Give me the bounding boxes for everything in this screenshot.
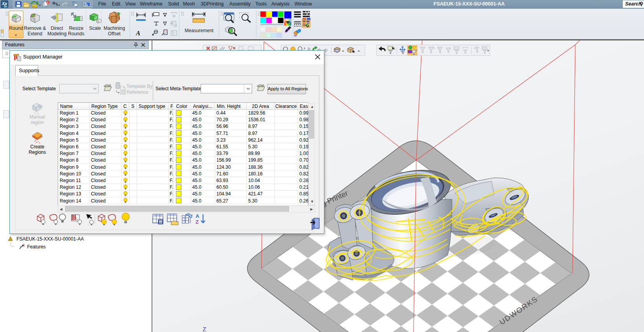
svg-text:SH: SH xyxy=(4,5,7,8)
svg-text:Z: Z xyxy=(203,326,206,332)
svg-text:Z: Z xyxy=(196,219,199,225)
svg-text:A: A xyxy=(196,213,199,219)
svg-text:A: A xyxy=(135,29,140,37)
svg-text:123: 123 xyxy=(164,32,167,34)
svg-text:x: x xyxy=(47,1,49,4)
svg-text:HH: HH xyxy=(33,5,36,7)
